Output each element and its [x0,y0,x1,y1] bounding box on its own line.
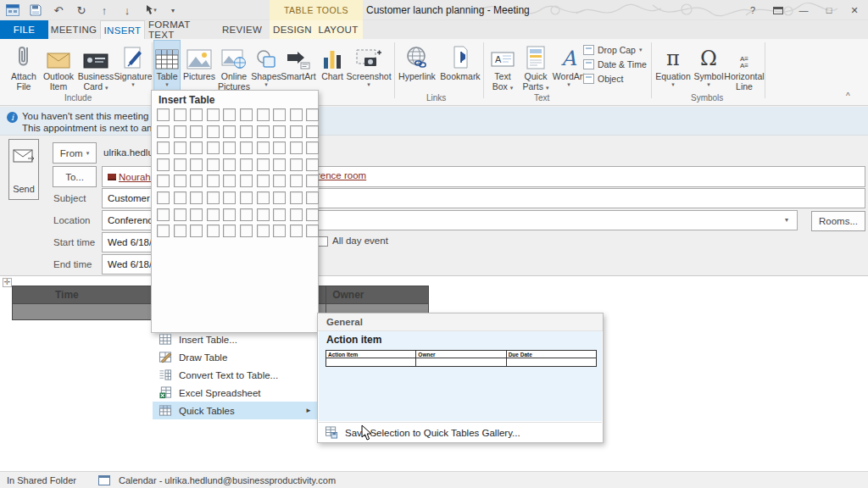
table-grid-cell[interactable] [190,108,203,121]
table-grid-cell[interactable] [207,108,220,121]
table-grid-cell[interactable] [257,175,270,187]
save-icon[interactable] [28,3,43,18]
horizontal-line-button[interactable]: A≡ A≡ Horizontal Line [726,41,763,98]
table-grid-cell[interactable] [207,225,220,237]
bookmark-button[interactable]: Bookmark [439,41,481,98]
table-grid-cell[interactable] [207,141,220,154]
table-grid-cell[interactable] [240,175,253,187]
collapse-ribbon-icon[interactable]: ^ [846,92,850,101]
table-grid-cell[interactable] [207,158,220,171]
table-grid-cell[interactable] [174,125,186,138]
gallery-item-action-item[interactable]: Action item Action Item Owner Due Date [319,331,602,421]
object-button[interactable]: Object [583,71,651,86]
to-button[interactable]: To... [53,166,97,187]
to-recipient-room[interactable]: rence room [317,170,366,180]
date-time-button[interactable]: Date & Time [583,57,651,71]
from-button[interactable]: From ▾ [53,142,97,164]
table-grid-cell[interactable] [157,175,170,187]
move-up-icon[interactable]: ↑ [97,3,112,18]
table-grid-cell[interactable] [207,208,220,221]
table-grid-cell[interactable] [174,191,186,204]
table-grid-cell[interactable] [223,108,236,121]
table-grid-cell[interactable] [223,125,236,138]
table-grid-cell[interactable] [273,108,286,121]
signature-button[interactable]: Signature▾ [115,41,151,98]
table-grid-cell[interactable] [174,208,186,221]
hyperlink-button[interactable]: Hyperlink [397,41,437,98]
menu-item-excel-spreadsheet[interactable]: Excel Spreadsheet [153,384,317,402]
table-grid-cell[interactable] [306,208,319,221]
table-grid-cell[interactable] [257,125,270,138]
customize-qat-icon[interactable]: ▾ [165,3,181,18]
table-grid-cell[interactable] [223,191,236,204]
table-grid-cell[interactable] [190,141,203,154]
table-grid-cell[interactable] [174,175,186,187]
table-grid-cell[interactable] [223,141,236,154]
table-grid-cell[interactable] [223,158,236,171]
tab-design[interactable]: DESIGN [273,20,312,39]
menu-item-insert-table[interactable]: Insert Table... [153,330,317,348]
move-down-icon[interactable]: ↓ [120,3,135,18]
table-grid-cell[interactable] [174,141,186,154]
table-grid-cell[interactable] [306,108,319,121]
table-grid-cell[interactable] [190,175,203,187]
table-grid-cell[interactable] [223,208,236,221]
table-grid-cell[interactable] [240,191,253,204]
business-card-button[interactable]: Business Card ▾ [76,41,115,98]
table-grid-cell[interactable] [190,158,203,171]
screenshot-button[interactable]: Screenshot▾ [346,41,392,98]
attach-file-button[interactable]: Attach File [7,41,41,98]
table-grid-cell[interactable] [290,191,303,204]
table-grid-cell[interactable] [157,158,170,171]
table-grid-cell[interactable] [257,225,270,237]
undo-icon[interactable]: ↶ [51,3,66,18]
table-grid-cell[interactable] [273,141,286,154]
table-grid-cell[interactable] [290,108,303,121]
table-grid-cell[interactable] [290,225,303,237]
table-grid-cell[interactable] [157,108,170,121]
text-box-button[interactable]: A Text Box ▾ [487,41,519,98]
equation-button[interactable]: π Equation▾ [654,41,692,98]
table-grid-cell[interactable] [273,175,286,187]
table-grid-cell[interactable] [306,225,319,237]
table-grid-cell[interactable] [174,108,186,121]
minimize-icon[interactable]: — [793,2,814,19]
table-size-grid[interactable] [157,108,314,237]
table-grid-cell[interactable] [157,225,170,237]
table-grid-cell[interactable] [257,208,270,221]
table-grid-cell[interactable] [174,158,186,171]
table-grid-cell[interactable] [207,125,220,138]
send-button[interactable]: Send [8,139,39,200]
tab-meeting[interactable]: MEETING [48,20,99,39]
table-grid-cell[interactable] [190,225,203,237]
table-grid-cell[interactable] [207,175,220,187]
table-grid-cell[interactable] [174,225,186,237]
outlook-item-button[interactable]: Outlook Item [41,41,76,98]
menu-item-quick-tables[interactable]: Quick Tables ► [153,402,317,419]
table-grid-cell[interactable] [290,175,303,187]
table-grid-cell[interactable] [257,108,270,121]
table-grid-cell[interactable] [240,158,253,171]
table-grid-cell[interactable] [306,141,319,154]
table-grid-cell[interactable] [157,191,170,204]
maximize-icon[interactable]: □ [819,2,839,19]
all-day-checkbox[interactable] [318,236,328,247]
table-grid-cell[interactable] [257,191,270,204]
table-grid-cell[interactable] [273,125,286,138]
table-grid-cell[interactable] [273,158,286,171]
tab-review[interactable]: REVIEW [219,20,265,39]
agenda-col-owner[interactable]: Owner [326,286,429,304]
table-grid-cell[interactable] [290,141,303,154]
symbol-button[interactable]: Ω Symbol▾ [692,41,726,98]
quick-parts-button[interactable]: Quick Parts ▾ [519,41,553,98]
table-grid-cell[interactable] [223,225,236,237]
rooms-button[interactable]: Rooms... [811,211,865,231]
tab-insert[interactable]: INSERT [100,20,145,39]
table-grid-cell[interactable] [240,141,253,154]
redo-icon[interactable]: ↻ [74,3,89,18]
table-grid-cell[interactable] [190,191,203,204]
chart-button[interactable]: Chart [319,41,346,98]
table-grid-cell[interactable] [240,208,253,221]
tab-layout[interactable]: LAYOUT [317,20,359,39]
table-grid-cell[interactable] [290,125,303,138]
